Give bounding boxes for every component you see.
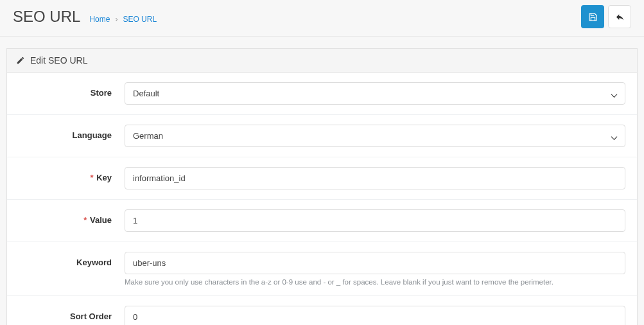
header-left: SEO URL Home › SEO URL — [13, 8, 157, 26]
label-language: Language — [19, 125, 125, 140]
row-store: Store Default — [7, 73, 637, 115]
breadcrumb-current[interactable]: SEO URL — [123, 15, 157, 24]
field-keyword: Make sure you only use characters in the… — [125, 252, 625, 286]
edit-panel: Edit SEO URL Store Default Language Germ… — [6, 48, 638, 325]
keyword-input[interactable] — [125, 252, 625, 274]
sort-order-input[interactable] — [125, 306, 625, 325]
panel-heading: Edit SEO URL — [7, 49, 637, 73]
pencil-icon — [16, 56, 25, 65]
panel-title: Edit SEO URL — [30, 55, 87, 66]
label-value: * Value — [19, 209, 125, 225]
label-key: * Key — [19, 167, 125, 182]
key-input[interactable] — [125, 167, 625, 189]
page-title: SEO URL — [13, 8, 80, 26]
breadcrumb-home[interactable]: Home — [89, 15, 110, 24]
field-value — [125, 209, 625, 232]
field-sort-order: The sort order of the keywords in the UR… — [125, 306, 625, 325]
row-keyword: Keyword Make sure you only use character… — [7, 242, 637, 296]
label-store: Store — [19, 82, 125, 98]
back-button[interactable] — [608, 5, 631, 28]
reply-icon — [615, 12, 625, 22]
field-key — [125, 167, 625, 189]
language-select[interactable]: German — [125, 125, 625, 147]
header-actions — [581, 5, 631, 28]
breadcrumb: Home › SEO URL — [89, 15, 157, 24]
save-button[interactable] — [581, 5, 604, 28]
row-key: * Key — [7, 157, 637, 200]
field-language: German — [125, 125, 625, 147]
page-header: SEO URL Home › SEO URL — [0, 0, 644, 37]
keyword-help-text: Make sure you only use characters in the… — [125, 278, 625, 286]
label-keyword: Keyword — [19, 252, 125, 267]
field-store: Default — [125, 82, 625, 105]
row-sort-order: Sort Order The sort order of the keyword… — [7, 296, 637, 325]
chevron-right-icon: › — [115, 15, 117, 24]
row-value: * Value — [7, 200, 637, 242]
save-icon — [588, 12, 598, 22]
store-select[interactable]: Default — [125, 82, 625, 105]
label-sort-order: Sort Order — [19, 306, 125, 321]
value-input[interactable] — [125, 209, 625, 232]
row-language: Language German — [7, 115, 637, 157]
panel-body: Store Default Language German * Key — [7, 73, 637, 325]
